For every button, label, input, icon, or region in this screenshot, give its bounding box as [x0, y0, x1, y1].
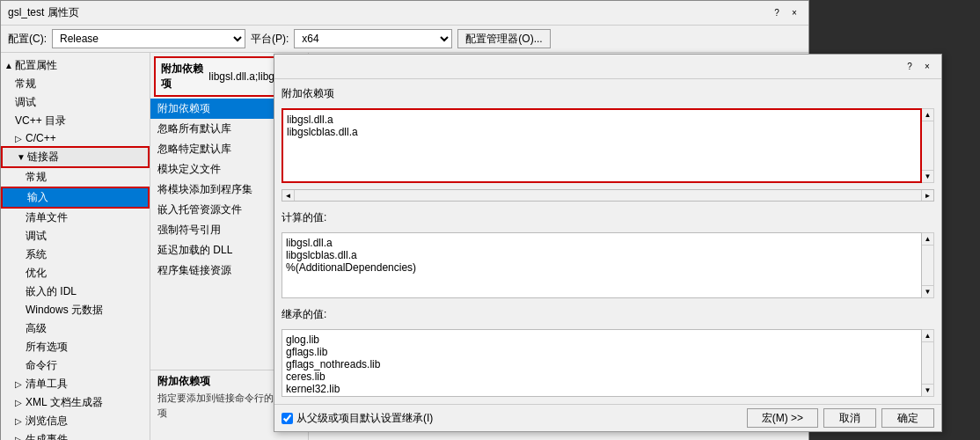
tree-item-linker-general[interactable]: 常规 — [1, 168, 150, 187]
inherited-thumb — [922, 342, 933, 384]
tree-item-manifest-tool[interactable]: ▷ 清单工具 — [1, 375, 150, 393]
macro-button[interactable]: 宏(M) >> — [747, 408, 818, 428]
inherited-line-4: ceres.lib — [286, 370, 918, 383]
dialog-section-label: 附加依赖项 — [282, 86, 934, 101]
computed-thumb — [922, 246, 933, 285]
horiz-track — [295, 190, 921, 201]
config-label: 配置(C): — [8, 32, 47, 47]
inherited-down-arrow[interactable]: ▼ — [922, 384, 933, 396]
tree-item-linker[interactable]: ▼ 链接器 — [1, 146, 150, 168]
config-bar: 配置(C): Release 平台(P): x64 配置管理器(O)... — [1, 26, 808, 53]
computed-section: libgsl.dll.a libgslcblas.dll.a %(Additio… — [282, 232, 934, 298]
dialog-footer: 从父级或项目默认设置继承(I) 宏(M) >> 取消 确定 — [274, 404, 941, 431]
ok-button[interactable]: 确定 — [881, 408, 934, 428]
tree-item-manifest[interactable]: 清单文件 — [1, 209, 150, 227]
tree-item-debug2[interactable]: 调试 — [1, 227, 150, 246]
dialog-close-button[interactable]: × — [920, 60, 934, 74]
computed-line-3: %(AdditionalDependencies) — [286, 261, 918, 274]
inherited-box: glog.lib gflags.lib gflags_nothreads.lib… — [282, 329, 922, 397]
platform-label: 平台(P): — [251, 32, 289, 47]
tree-item-all-options[interactable]: 所有选项 — [1, 338, 150, 356]
inherit-checkbox[interactable] — [282, 413, 293, 424]
inherited-section: glog.lib gflags.lib gflags_nothreads.lib… — [282, 329, 934, 397]
tree-item-cpp[interactable]: ▷ C/C++ — [1, 130, 150, 146]
footer-buttons: 宏(M) >> 取消 确定 — [747, 408, 934, 428]
dialog-help-button[interactable]: ? — [903, 60, 917, 74]
tree-item-idl[interactable]: 嵌入的 IDL — [1, 282, 150, 301]
tree-item-optimize[interactable]: 优化 — [1, 264, 150, 282]
tree-item-debug[interactable]: 调试 — [1, 93, 150, 112]
tree-item-build-events[interactable]: ▷ 生成事件 — [1, 430, 150, 440]
window-title: gsl_test 属性页 — [8, 5, 79, 20]
computed-box: libgsl.dll.a libgslcblas.dll.a %(Additio… — [282, 232, 922, 298]
tree-item-config-props[interactable]: ▲ 配置属性 — [1, 56, 150, 75]
tree-item-winmeta[interactable]: Windows 元数据 — [1, 301, 150, 319]
cancel-button[interactable]: 取消 — [823, 408, 876, 428]
additional-deps-dialog: ? × 附加依赖项 libgsl.dll.a libgslcblas.dll.a… — [274, 54, 942, 432]
main-window: gsl_test 属性页 ? × 配置(C): Release 平台(P): x… — [0, 0, 809, 440]
horiz-scrollbar: ◄ ► — [282, 189, 934, 202]
tree-item-browse[interactable]: ▷ 浏览信息 — [1, 412, 150, 430]
tree-panel: ▲ 配置属性 常规 调试 VC++ 目录 ▷ C/C++ ▼ 链接器 常规 输入… — [1, 53, 150, 440]
platform-select[interactable]: x64 — [294, 29, 452, 48]
computed-down-arrow[interactable]: ▼ — [922, 285, 933, 297]
computed-line-1: libgsl.dll.a — [286, 237, 918, 249]
inherited-up-arrow[interactable]: ▲ — [922, 330, 933, 342]
inherited-line-1: glog.lib — [286, 334, 918, 346]
edit-section: libgsl.dll.a libgslcblas.dll.a ▲ ▼ — [282, 108, 934, 183]
scroll-left-arrow[interactable]: ◄ — [282, 190, 295, 201]
tree-item-general[interactable]: 常规 — [1, 75, 150, 93]
scroll-thumb-edit — [922, 121, 933, 170]
tree-item-xml-gen[interactable]: ▷ XML 文档生成器 — [1, 393, 150, 412]
computed-up-arrow[interactable]: ▲ — [922, 233, 933, 246]
config-select[interactable]: Release — [52, 29, 245, 48]
edit-scrollbar: ▲ ▼ — [922, 108, 934, 183]
tree-item-advanced[interactable]: 高级 — [1, 319, 150, 338]
tree-item-vc-dirs[interactable]: VC++ 目录 — [1, 112, 150, 130]
computed-label: 计算的值: — [282, 210, 934, 225]
tree-item-system[interactable]: 系统 — [1, 246, 150, 264]
inherited-line-6: user32.lib — [286, 395, 918, 397]
edit-line-2: libgslcblas.dll.a — [287, 126, 917, 138]
title-bar: gsl_test 属性页 ? × — [1, 1, 808, 26]
inherited-line-3: gflags_nothreads.lib — [286, 358, 918, 370]
scroll-down-arrow[interactable]: ▼ — [922, 170, 933, 182]
dialog-content: 附加依赖项 libgsl.dll.a libgslcblas.dll.a ▲ ▼… — [274, 79, 941, 404]
dialog-title-bar: ? × — [274, 55, 941, 79]
inherited-label: 继承的值: — [282, 307, 934, 322]
inherited-line-5: kernel32.lib — [286, 383, 918, 395]
config-manager-button[interactable]: 配置管理器(O)... — [457, 29, 550, 48]
close-button[interactable]: × — [787, 6, 801, 20]
tree-item-linker-input[interactable]: 输入 — [1, 187, 150, 209]
edit-line-1: libgsl.dll.a — [287, 114, 917, 126]
edit-box[interactable]: libgsl.dll.a libgslcblas.dll.a — [282, 108, 922, 183]
help-button[interactable]: ? — [770, 6, 784, 20]
computed-scrollbar: ▲ ▼ — [922, 232, 934, 298]
inherit-checkbox-row: 从父级或项目默认设置继承(I) — [282, 411, 433, 426]
props-header-label: 附加依赖项 — [161, 62, 205, 92]
inherit-checkbox-label: 从父级或项目默认设置继承(I) — [296, 411, 433, 426]
title-bar-controls: ? × — [770, 6, 801, 20]
scroll-right-arrow[interactable]: ► — [921, 190, 933, 201]
tree-item-cmdline[interactable]: 命令行 — [1, 356, 150, 375]
inherited-line-2: gflags.lib — [286, 346, 918, 358]
dialog-controls: ? × — [903, 60, 934, 74]
computed-line-2: libgslcblas.dll.a — [286, 249, 918, 261]
scroll-up-arrow[interactable]: ▲ — [922, 109, 933, 121]
inherited-scrollbar: ▲ ▼ — [922, 329, 934, 397]
